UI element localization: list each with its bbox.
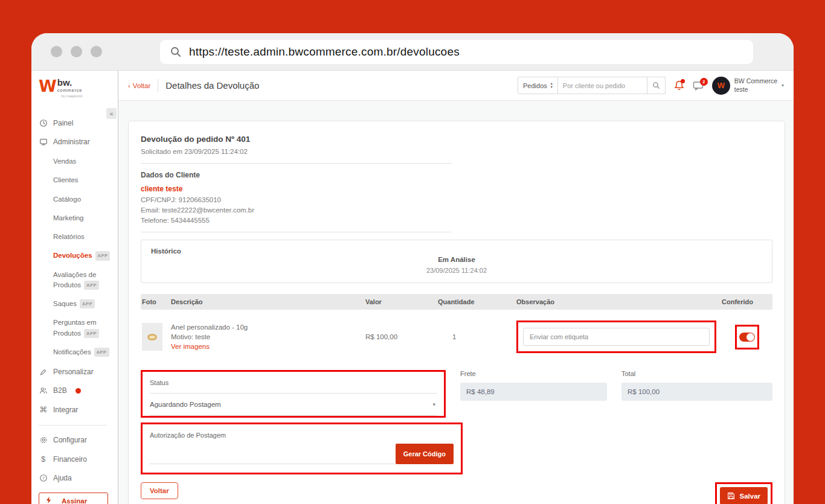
pencil-icon: [39, 368, 48, 376]
search-scope-select[interactable]: Pedidos ▴▾: [518, 77, 558, 94]
order-requested-date: Solicitado em 23/09/2025 11:24:02: [141, 148, 772, 155]
app-badge: APP: [95, 251, 111, 260]
product-photo[interactable]: [142, 323, 162, 351]
sort-arrows-icon: ▴▾: [551, 82, 553, 89]
messages-button[interactable]: 2: [693, 81, 704, 91]
devolution-card: Devolução do pedido Nº 401 Solicitado em…: [128, 121, 785, 504]
sidebar-item-saques[interactable]: SaquesAPP: [53, 299, 114, 309]
chevron-down-icon: ▾: [782, 83, 784, 88]
sidebar-item-financeiro[interactable]: $ Financeiro: [39, 455, 114, 464]
brand-logo[interactable]: W bw. commerce by magazord: [31, 71, 118, 100]
page-title: Detalhes da Devolução: [165, 80, 259, 91]
sidebar-divider: [39, 425, 107, 426]
window-controls: [31, 46, 102, 57]
toggle-knob: [746, 333, 754, 341]
sidebar-item-ajuda[interactable]: ? Ajuda: [39, 474, 114, 482]
notification-dot: [681, 79, 685, 83]
col-foto: Foto: [142, 298, 171, 305]
messages-badge: 2: [700, 78, 708, 86]
brand-mark-icon: W: [39, 78, 55, 94]
back-link[interactable]: ‹ Voltar: [128, 82, 150, 89]
sidebar-item-clientes[interactable]: Clientes: [53, 175, 114, 185]
avatar: W: [712, 77, 730, 95]
help-icon: ?: [39, 474, 48, 482]
table-header-row: Foto Descrição Valor Quantidade Observaç…: [141, 294, 772, 310]
sidebar: W bw. commerce by magazord « Painel: [31, 71, 118, 504]
history-title: Histórico: [151, 247, 762, 255]
status-select[interactable]: Aguardando Postagem ▾: [150, 394, 437, 416]
total-label: Total: [621, 370, 772, 377]
client-email: Email: teste22222@bwcenter.com.br: [141, 206, 772, 214]
back-button[interactable]: Voltar: [141, 482, 178, 499]
sidebar-nav: Painel Administrar Vendas Clientes Catál…: [31, 100, 118, 504]
search-icon: [170, 46, 182, 58]
save-button[interactable]: Salvar: [720, 487, 768, 504]
chevron-down-icon: ▾: [432, 401, 435, 407]
dashboard-icon: [39, 119, 48, 127]
subscribe-button[interactable]: Assinar: [39, 493, 108, 504]
window-control-dot[interactable]: [51, 46, 62, 57]
sidebar-item-b2b[interactable]: B2B: [39, 386, 114, 395]
sidebar-item-marketing[interactable]: Marketing: [53, 213, 114, 223]
sidebar-item-personalizar[interactable]: Personalizar: [39, 368, 114, 376]
account-menu[interactable]: W BW Commerce teste ▾: [712, 77, 784, 95]
sidebar-collapse-button[interactable]: «: [106, 108, 117, 119]
annotation-status: Status Aguardando Postagem ▾: [141, 370, 446, 418]
sidebar-item-avaliacoes-de-produtos[interactable]: Avaliações de ProdutosAPP: [53, 270, 114, 291]
annotation-save: Salvar: [715, 482, 772, 504]
sidebar-item-perguntas-em-produtos[interactable]: Perguntas em ProdutosAPP: [53, 317, 114, 339]
chevron-left-icon: ‹: [128, 82, 130, 89]
col-conferido: Conferido: [722, 298, 772, 305]
product-name: Anel personalizado - 10g: [171, 324, 365, 331]
observation-input[interactable]: [523, 328, 710, 346]
sidebar-item-administrar[interactable]: Administrar: [39, 138, 114, 146]
monitor-icon: [39, 138, 48, 146]
client-name-link[interactable]: cliente teste: [141, 185, 772, 193]
global-search: Pedidos ▴▾: [518, 77, 666, 94]
app-badge: APP: [80, 299, 95, 308]
sidebar-item-label: Integrar: [53, 406, 78, 414]
dollar-icon: $: [39, 455, 48, 464]
sidebar-item-catalogo[interactable]: Catálogo: [53, 194, 114, 205]
view-images-link[interactable]: Ver imagens: [171, 343, 365, 350]
client-section-title: Dados do Cliente: [141, 171, 772, 179]
authorization-label: Autorização de Postagem: [150, 432, 226, 439]
window-control-dot[interactable]: [71, 46, 82, 57]
col-descricao: Descrição: [171, 298, 365, 305]
sidebar-item-configurar[interactable]: Configurar: [39, 436, 114, 444]
total-input: R$ 100,00: [621, 383, 772, 401]
search-input[interactable]: [558, 77, 647, 94]
frete-input: R$ 48,89: [460, 383, 607, 401]
app-badge: APP: [84, 329, 99, 338]
notifications-button[interactable]: [674, 80, 684, 91]
col-observacao: Observação: [516, 298, 722, 305]
generate-code-button[interactable]: Gerar Código: [396, 444, 454, 464]
sidebar-item-label: Administrar: [53, 138, 90, 146]
sidebar-item-painel[interactable]: Painel: [39, 119, 114, 127]
order-title: Devolução do pedido Nº 401: [141, 135, 772, 144]
sidebar-item-notificacoes[interactable]: NotificaçõesAPP: [53, 347, 114, 357]
url-text: https://teste.admin.bwcommerce.com.br/de…: [189, 45, 460, 59]
sidebar-item-relatorios[interactable]: Relatórios: [53, 232, 114, 242]
sidebar-item-vendas[interactable]: Vendas: [53, 156, 114, 167]
window-control-dot[interactable]: [91, 46, 102, 57]
brand-sub: commerce: [57, 88, 82, 93]
gear-icon: [39, 436, 48, 444]
app-badge: APP: [84, 281, 99, 290]
svg-text:?: ?: [42, 476, 45, 481]
conferido-toggle[interactable]: [739, 333, 755, 342]
search-icon: [652, 81, 660, 89]
items-table: Foto Descrição Valor Quantidade Observaç…: [141, 294, 772, 362]
sidebar-item-integrar[interactable]: ⌘ Integrar: [39, 405, 114, 414]
status-label: Status: [150, 379, 169, 386]
history-box: Histórico Em Análise 23/09/2025 11:24:02: [141, 240, 772, 283]
client-phone: Telefone: 5434445555: [141, 217, 772, 224]
search-button[interactable]: [647, 77, 666, 94]
history-date: 23/09/2025 11:24:02: [151, 267, 762, 274]
client-cpf: CPF/CNPJ: 91206635010: [141, 196, 772, 203]
address-bar[interactable]: https://teste.admin.bwcommerce.com.br/de…: [160, 40, 753, 64]
table-row: Anel personalizado - 10g Motivo: teste V…: [141, 310, 772, 362]
history-status: Em Análise: [151, 256, 762, 263]
authorization-input[interactable]: [150, 446, 396, 464]
sidebar-item-devolucoes[interactable]: DevoluçõesAPP: [53, 250, 114, 261]
